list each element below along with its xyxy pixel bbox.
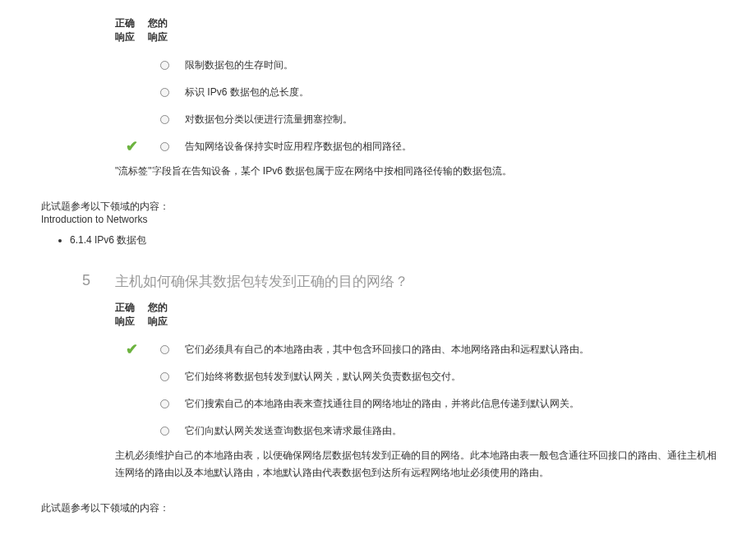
q4-option-text-1: 标识 IPv6 数据包的总长度。: [181, 85, 723, 99]
q4-option-row: 标识 IPv6 数据包的总长度。: [115, 80, 723, 104]
header-correct-2: 响应: [115, 315, 148, 329]
header-your-2: 响应: [148, 30, 181, 44]
q4-option-row: 限制数据包的生存时间。: [115, 53, 723, 77]
q4-option-row: ✔ 告知网络设备保持实时应用程序数据包的相同路径。: [115, 134, 723, 159]
q5-option-text-2: 它们搜索自己的本地路由表来查找通往目的网络地址的路由，并将此信息传递到默认网关。: [181, 397, 723, 411]
q5-title: 主机如何确保其数据包转发到正确的目的网络？: [115, 272, 723, 291]
radio-icon: [160, 399, 169, 408]
q4-explanation: "流标签"字段旨在告知设备，某个 IPv6 数据包属于应在网络中按相同路径传输的…: [115, 163, 723, 179]
header-correct-1: 正确: [115, 16, 148, 30]
checkmark-icon: ✔: [126, 340, 138, 358]
checkmark-icon: ✔: [126, 137, 138, 155]
q5-explanation: 主机必须维护自己的本地路由表，以便确保网络层数据包转发到正确的目的网络。此本地路…: [115, 447, 723, 481]
q5-option-text-0: 它们必须具有自己的本地路由表，其中包含环回接口的路由、本地网络路由和远程默认路由…: [181, 343, 723, 357]
q4-reference-item: 6.1.4 IPv6 数据包: [70, 233, 723, 247]
radio-icon: [160, 61, 169, 70]
q4-option-text-0: 限制数据包的生存时间。: [181, 58, 723, 72]
q4-option-text-2: 对数据包分类以便进行流量拥塞控制。: [181, 113, 723, 127]
header-correct-2: 响应: [115, 30, 148, 44]
q4-option-text-3: 告知网络设备保持实时应用程序数据包的相同路径。: [181, 140, 723, 154]
radio-icon: [160, 88, 169, 97]
header-your-1: 您的: [148, 301, 181, 315]
radio-icon: [160, 115, 169, 124]
header-your-1: 您的: [148, 16, 181, 30]
radio-icon: [160, 372, 169, 381]
q4-option-row: 对数据包分类以便进行流量拥塞控制。: [115, 107, 723, 131]
radio-icon: [160, 345, 169, 354]
q4-reference-title: Introduction to Networks: [41, 214, 723, 225]
q5-option-row: 它们向默认网关发送查询数据包来请求最佳路由。: [115, 418, 723, 443]
q5-reference-label: 此试题参考以下领域的内容：: [41, 501, 723, 515]
q5-number: 5: [82, 272, 90, 289]
radio-icon: [160, 142, 169, 151]
q5-option-row: 它们搜索自己的本地路由表来查找通往目的网络地址的路由，并将此信息传递到默认网关。: [115, 391, 723, 416]
q5-option-row: ✔ 它们必须具有自己的本地路由表，其中包含环回接口的路由、本地网络路由和远程默认…: [115, 337, 723, 362]
q4-reference-label: 此试题参考以下领域的内容：: [41, 200, 723, 214]
header-correct-1: 正确: [115, 301, 148, 315]
q5-option-text-3: 它们向默认网关发送查询数据包来请求最佳路由。: [181, 424, 723, 438]
header-your-2: 响应: [148, 315, 181, 329]
radio-icon: [160, 427, 169, 436]
q5-option-row: 它们始终将数据包转发到默认网关，默认网关负责数据包交付。: [115, 364, 723, 389]
q5-option-text-1: 它们始终将数据包转发到默认网关，默认网关负责数据包交付。: [181, 370, 723, 384]
